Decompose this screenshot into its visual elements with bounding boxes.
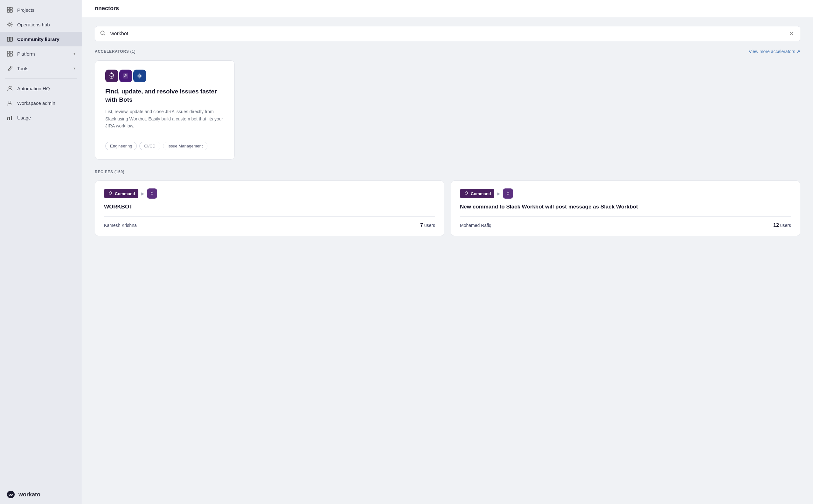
recipes-grid: Command ▶ WOR (95, 180, 800, 236)
recipe-2-arrow-icon: ▶ (497, 191, 500, 196)
svg-point-34 (110, 75, 111, 75)
tools-icon (6, 65, 13, 72)
content-area: ✕ ACCELERATORS (1) View more accelerator… (82, 17, 813, 504)
projects-icon (6, 6, 13, 13)
sidebar-item-projects[interactable]: Projects (0, 3, 82, 17)
sidebar-item-tools-label: Tools (17, 66, 70, 71)
card-divider (105, 136, 224, 136)
card-icons (105, 70, 224, 82)
recipe-2-users: 12 users (773, 222, 791, 228)
recipe-1-title: WORKBOT (104, 203, 435, 211)
svg-point-4 (9, 24, 11, 25)
main-content: nnectors ✕ ACCELERATORS (1) View more ac… (82, 0, 813, 504)
sidebar-item-platform-label: Platform (17, 51, 70, 57)
search-input[interactable] (95, 26, 800, 41)
automation-hq-icon (6, 85, 13, 92)
svg-point-50 (152, 193, 153, 194)
recipe-1-app-icon (147, 188, 157, 199)
external-link-icon: ↗ (796, 49, 800, 54)
svg-point-43 (109, 192, 112, 194)
tag-cicd[interactable]: CI/CD (139, 142, 160, 150)
sidebar-item-community-library[interactable]: Community library (0, 32, 82, 46)
svg-rect-2 (7, 10, 10, 12)
tag-engineering[interactable]: Engineering (105, 142, 137, 150)
recipe-2-trigger-label: Command (471, 191, 491, 196)
sidebar-footer: workato (0, 485, 82, 504)
workbot-icon (105, 70, 118, 82)
svg-point-35 (112, 75, 113, 75)
sidebar-item-operations-hub-label: Operations hub (17, 22, 75, 27)
svg-rect-27 (9, 117, 10, 120)
recipe-1-users: 7 users (420, 222, 435, 228)
sidebar-item-platform[interactable]: Platform ▾ (0, 46, 82, 61)
recipe-2-trigger: Command (460, 189, 494, 198)
svg-rect-0 (7, 7, 10, 10)
sidebar-item-operations-hub[interactable]: Operations hub (0, 17, 82, 32)
sidebar-item-automation-hq-label: Automation HQ (17, 86, 75, 91)
search-icon (100, 30, 106, 37)
workbot-trigger-icon-1 (107, 190, 113, 197)
sidebar-item-usage[interactable]: Usage (0, 110, 82, 125)
svg-point-60 (508, 193, 509, 194)
recipe-1-footer: Kamesh Krishna 7 users (104, 222, 435, 228)
sidebar-item-automation-hq[interactable]: Automation HQ (0, 81, 82, 96)
svg-rect-3 (10, 10, 12, 12)
sidebar-item-workspace-admin-label: Workspace admin (17, 100, 75, 106)
sidebar-item-tools[interactable]: Tools ▾ (0, 61, 82, 76)
slack-icon (119, 70, 132, 82)
svg-point-55 (467, 193, 467, 194)
recipe-1-arrow-icon: ▶ (141, 191, 144, 196)
tag-issue-management[interactable]: Issue Management (163, 142, 208, 150)
recipe-2-divider (460, 216, 791, 217)
accelerator-card[interactable]: Find, update, and resolve issues faster … (95, 60, 235, 160)
recipe-1-trigger-label: Command (115, 191, 135, 196)
svg-point-44 (110, 193, 110, 194)
sidebar-nav: Projects Operations hub (0, 0, 82, 485)
svg-line-10 (11, 26, 12, 26)
svg-point-48 (151, 192, 153, 194)
workato-logo-icon (6, 490, 15, 499)
sidebar-item-community-library-label: Community library (17, 37, 75, 42)
search-clear-button[interactable]: ✕ (788, 30, 795, 37)
recipe-1-trigger: Command (104, 189, 138, 198)
sidebar-item-workspace-admin[interactable]: Workspace admin (0, 96, 82, 110)
workspace-admin-icon (6, 99, 13, 106)
svg-rect-22 (10, 54, 12, 56)
recipe-card-2[interactable]: Command ▶ New (451, 180, 800, 236)
svg-rect-28 (11, 116, 12, 120)
svg-point-37 (111, 72, 112, 73)
svg-line-9 (8, 23, 9, 23)
workato-logo-text: workato (18, 491, 40, 498)
sidebar-item-projects-label: Projects (17, 7, 75, 13)
svg-point-49 (151, 193, 152, 194)
svg-point-52 (152, 191, 152, 192)
svg-rect-26 (7, 118, 8, 120)
svg-line-11 (11, 23, 12, 23)
sidebar: Projects Operations hub (0, 0, 82, 504)
recipe-2-footer: Mohamed Rafiq 12 users (460, 222, 791, 228)
svg-point-53 (465, 192, 468, 194)
svg-point-47 (110, 191, 110, 192)
tools-chevron-icon: ▾ (73, 66, 75, 71)
view-more-accelerators-link[interactable]: View more accelerators ↗ (749, 49, 800, 54)
svg-point-29 (7, 117, 8, 118)
workbot-trigger-icon-2 (463, 190, 469, 197)
top-bar: nnectors (82, 0, 813, 17)
svg-point-59 (507, 193, 508, 194)
svg-point-24 (11, 86, 12, 87)
recipe-1-author: Kamesh Krishna (104, 223, 137, 228)
recipe-1-divider (104, 216, 435, 217)
svg-point-40 (125, 76, 125, 77)
recipe-card-1[interactable]: Command ▶ WOR (95, 180, 444, 236)
accelerator-card-description: List, review, update and close JIRA issu… (105, 108, 224, 129)
usage-icon (6, 114, 13, 121)
recipes-section-header: RECIPES (159) (95, 170, 800, 174)
page-title: nnectors (95, 5, 119, 11)
recipes-title: RECIPES (159) (95, 170, 124, 174)
svg-point-42 (126, 76, 127, 77)
card-tags: Engineering CI/CD Issue Management (105, 142, 224, 150)
accelerator-card-title: Find, update, and resolve issues faster … (105, 87, 224, 104)
recipe-2-title: New command to Slack Workbot will post m… (460, 203, 791, 211)
sidebar-item-usage-label: Usage (17, 115, 75, 120)
svg-point-54 (466, 193, 466, 194)
